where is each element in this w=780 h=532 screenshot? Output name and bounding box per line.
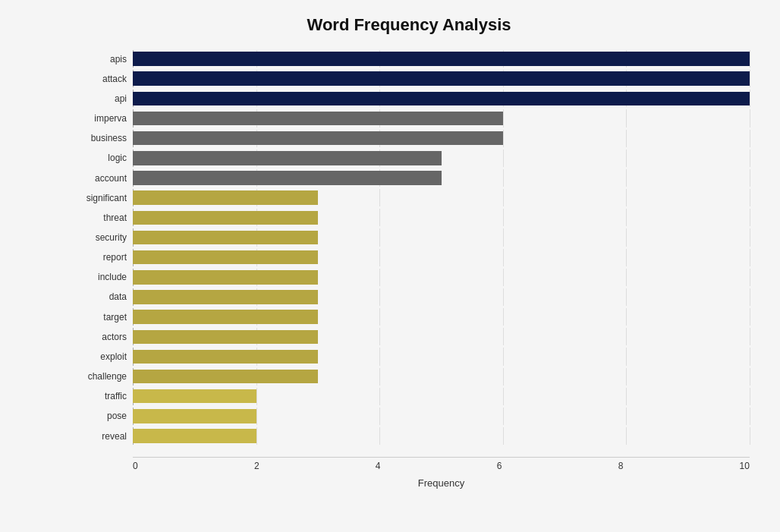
bar xyxy=(133,151,442,165)
bar-label: pose xyxy=(68,411,133,421)
bar-track xyxy=(133,328,750,345)
bar-row: apis xyxy=(68,50,750,68)
bar xyxy=(133,250,318,265)
grid-line xyxy=(750,109,750,127)
x-tick: 0 xyxy=(133,461,138,471)
grid-line xyxy=(503,209,504,226)
grid-line xyxy=(626,427,627,445)
bar-label: apis xyxy=(68,54,133,65)
grid-line xyxy=(750,169,750,187)
bar-track xyxy=(133,288,750,306)
bar-track xyxy=(133,348,750,365)
bar xyxy=(133,92,750,106)
bar-label: reveal xyxy=(68,431,133,442)
bar xyxy=(133,409,256,423)
grid-line xyxy=(750,150,750,167)
bar-row: imperva xyxy=(68,109,750,127)
grid-line xyxy=(379,408,380,425)
grid-line xyxy=(626,328,627,345)
bar-track xyxy=(133,130,750,147)
bar-track xyxy=(133,388,750,405)
grid-line xyxy=(750,368,750,386)
grid-line xyxy=(503,408,504,425)
grid-line xyxy=(626,228,627,246)
grid-line xyxy=(379,348,380,365)
grid-line xyxy=(750,189,750,206)
grid-line xyxy=(750,130,750,147)
bar-track xyxy=(133,90,750,107)
grid-line xyxy=(626,189,627,206)
grid-line xyxy=(750,388,750,405)
grid-line xyxy=(503,308,504,326)
bar-row: business xyxy=(68,130,750,147)
bar-row: security xyxy=(68,228,750,246)
grid-line xyxy=(626,408,627,425)
bar-track xyxy=(133,249,750,266)
grid-line xyxy=(750,90,750,107)
bar-track xyxy=(133,427,750,445)
bar-row: challenge xyxy=(68,368,750,386)
bar-label: security xyxy=(68,232,133,243)
grid-line xyxy=(626,109,627,127)
bar xyxy=(133,429,256,443)
bar xyxy=(133,330,318,345)
grid-line xyxy=(750,328,750,345)
grid-line xyxy=(750,408,750,425)
bar xyxy=(133,131,503,146)
grid-line xyxy=(256,408,257,425)
bar-row: data xyxy=(68,288,750,306)
bar xyxy=(133,270,318,285)
bar-row: reveal xyxy=(68,427,750,445)
grid-line xyxy=(626,130,627,147)
bar-row: include xyxy=(68,269,750,286)
grid-line xyxy=(750,288,750,306)
bar xyxy=(133,71,750,86)
x-tick: 4 xyxy=(376,461,381,471)
bar-row: significant xyxy=(68,189,750,206)
grid-line xyxy=(379,388,380,405)
bar-row: api xyxy=(68,90,750,107)
x-axis: 0246810 xyxy=(133,457,750,471)
bar-track xyxy=(133,408,750,425)
grid-line xyxy=(750,249,750,266)
bar xyxy=(133,171,442,185)
bar-row: target xyxy=(68,308,750,326)
bar-row: logic xyxy=(68,150,750,167)
grid-line xyxy=(379,427,380,445)
grid-line xyxy=(750,70,750,87)
grid-line xyxy=(503,427,504,445)
bar xyxy=(133,231,318,245)
bar xyxy=(133,370,318,384)
bar-track xyxy=(133,109,750,127)
bar xyxy=(133,310,318,324)
bar xyxy=(133,389,256,404)
chart-container: Word Frequency Analysis apisattackapiimp… xyxy=(0,0,780,532)
bar xyxy=(133,52,750,66)
bar-row: traffic xyxy=(68,388,750,405)
grid-line xyxy=(503,249,504,266)
bar-label: api xyxy=(68,93,133,104)
x-tick: 10 xyxy=(740,461,750,471)
bar-track xyxy=(133,209,750,226)
grid-line xyxy=(626,288,627,306)
bar-row: threat xyxy=(68,209,750,226)
bar-track xyxy=(133,228,750,246)
bar-label: account xyxy=(68,173,133,184)
x-tick: 2 xyxy=(254,461,259,471)
bar-label: actors xyxy=(68,332,133,342)
bar-label: business xyxy=(68,133,133,143)
bar-track xyxy=(133,368,750,386)
grid-line xyxy=(503,388,504,405)
grid-line xyxy=(379,368,380,386)
bar-track xyxy=(133,169,750,187)
grid-line xyxy=(626,209,627,226)
grid-line xyxy=(503,269,504,286)
bar-row: report xyxy=(68,249,750,266)
x-tick: 6 xyxy=(497,461,502,471)
bar-track xyxy=(133,150,750,167)
x-tick: 8 xyxy=(618,461,624,471)
grid-line xyxy=(750,308,750,326)
grid-line xyxy=(379,288,380,306)
bar xyxy=(133,190,318,205)
grid-line xyxy=(503,169,504,187)
